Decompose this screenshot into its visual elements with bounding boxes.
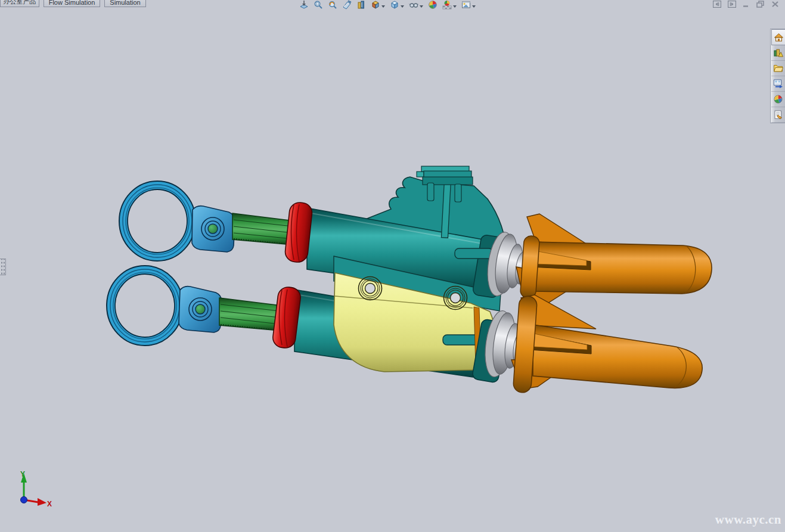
chevron-down-icon[interactable] — [472, 5, 476, 8]
x-axis-arrow — [38, 498, 46, 506]
lower-pull-ring[interactable] — [107, 266, 183, 346]
task-pane — [770, 29, 785, 123]
upper-pull-ring[interactable] — [119, 181, 196, 261]
reference-triad: Y X — [10, 468, 57, 516]
custom-properties-icon[interactable] — [771, 107, 785, 123]
close-button[interactable] — [771, 1, 779, 8]
feature-pane-collapsed-tab[interactable] — [0, 259, 6, 275]
plate-pin-left — [427, 183, 434, 201]
apply-scene-icon[interactable] — [442, 0, 457, 10]
appearances-scenes-icon[interactable] — [771, 92, 785, 107]
lower-pivot-pin — [196, 304, 205, 314]
chevron-down-icon[interactable] — [453, 5, 457, 8]
chevron-down-icon[interactable] — [420, 5, 423, 8]
plate-pin-right — [455, 184, 461, 202]
x-axis-label: X — [47, 500, 52, 508]
display-style-icon[interactable] — [390, 0, 404, 10]
lower-clevis-block[interactable] — [179, 287, 222, 332]
upper-lock-bar[interactable] — [455, 248, 493, 259]
application-window: Y X 办公室产品 Flow Simulation Simulation — [0, 0, 785, 532]
previous-document-button[interactable] — [713, 1, 721, 8]
file-explorer-icon[interactable] — [771, 61, 785, 76]
solidworks-resources-icon[interactable] — [771, 29, 785, 45]
view-orientation-icon[interactable] — [371, 0, 385, 10]
hide-show-items-icon[interactable] — [409, 0, 423, 10]
tab-simulation[interactable]: Simulation — [104, 0, 146, 7]
y-axis-label: Y — [20, 470, 25, 478]
upper-finned-grip[interactable] — [516, 214, 712, 312]
next-document-button[interactable] — [728, 1, 736, 8]
watermark: www.ayc.cn — [715, 512, 781, 527]
window-controls — [713, 1, 779, 8]
previous-view-icon[interactable] — [328, 0, 337, 10]
section-view-icon[interactable] — [342, 0, 352, 10]
chevron-down-icon[interactable] — [381, 5, 385, 8]
upper-clevis-block[interactable] — [192, 206, 235, 252]
view-settings-icon[interactable] — [461, 0, 476, 10]
zoom-to-area-icon[interactable] — [314, 0, 323, 10]
heads-up-toolbar — [299, 0, 476, 10]
zoom-to-fit-icon[interactable] — [299, 0, 309, 10]
command-manager-tabs: 办公室产品 Flow Simulation Simulation — [0, 0, 146, 7]
edit-appearance-icon[interactable] — [428, 0, 438, 10]
tab-office-products[interactable]: 办公室产品 — [0, 0, 39, 7]
restore-button[interactable] — [756, 1, 765, 8]
drawing-views-icon[interactable] — [356, 0, 366, 10]
upper-pivot-pin — [208, 224, 218, 234]
design-library-icon[interactable] — [771, 45, 785, 61]
origin-dot — [21, 497, 27, 503]
view-palette-icon[interactable] — [771, 76, 785, 92]
lower-finned-grip[interactable] — [511, 295, 702, 393]
tab-flow-simulation[interactable]: Flow Simulation — [44, 0, 100, 7]
graphics-area[interactable] — [0, 0, 785, 532]
chevron-down-icon[interactable] — [401, 5, 404, 8]
lower-grip-handle — [533, 325, 702, 388]
minimize-button[interactable] — [743, 1, 750, 8]
